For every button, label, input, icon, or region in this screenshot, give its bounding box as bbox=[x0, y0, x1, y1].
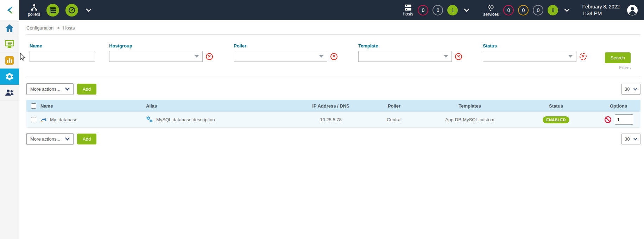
host-templates: App-DB-MySQL-custom bbox=[424, 117, 516, 122]
clock: February 8, 2022 1:34 PM bbox=[582, 4, 620, 16]
dropdown-arrow-icon bbox=[444, 55, 448, 58]
hosts-expand-chevron[interactable] bbox=[462, 8, 471, 12]
poller-gauge-button[interactable] bbox=[65, 4, 78, 17]
pollers-expand-chevron[interactable] bbox=[84, 8, 93, 12]
services-menu[interactable]: services bbox=[483, 4, 499, 17]
col-header-ip[interactable]: IP Address / DNS bbox=[297, 103, 364, 109]
disable-host-icon[interactable] bbox=[604, 116, 612, 123]
current-time: 1:34 PM bbox=[582, 10, 620, 16]
users-icon bbox=[5, 89, 14, 97]
filter-label-hostgroup: Hostgroup bbox=[109, 43, 213, 49]
search-button[interactable]: Search bbox=[605, 52, 631, 63]
centreon-logo[interactable] bbox=[0, 0, 19, 20]
hostgroup-clear-icon[interactable]: ✕ bbox=[206, 53, 213, 60]
services-counters: 0 0 0 8 bbox=[503, 5, 558, 15]
col-header-name[interactable]: Name bbox=[40, 103, 146, 109]
select-all-checkbox[interactable] bbox=[31, 103, 36, 109]
table-row: My_database MySQL database description 1… bbox=[26, 112, 640, 128]
home-icon bbox=[5, 24, 14, 32]
filter-field-poller: Poller ✕ bbox=[234, 43, 337, 62]
filter-label-status: Status bbox=[483, 43, 587, 49]
order-input[interactable] bbox=[615, 114, 633, 125]
status-filter-select[interactable] bbox=[483, 51, 576, 62]
services-warning-counter[interactable]: 0 bbox=[518, 5, 529, 15]
breadcrumb: Configuration > Hosts bbox=[26, 20, 640, 31]
reporting-icon bbox=[5, 56, 14, 65]
centreon-logo-icon bbox=[5, 5, 15, 15]
host-ip: 10.25.5.78 bbox=[297, 117, 364, 122]
dropdown-arrow-icon bbox=[568, 55, 573, 58]
hosts-unreachable-counter[interactable]: 0 bbox=[433, 5, 443, 15]
server-list-icon bbox=[49, 7, 56, 13]
monitoring-icon bbox=[5, 40, 14, 49]
page-size-select-top[interactable]: 30 bbox=[621, 84, 640, 95]
top-actions-row: More actions... Add 30 bbox=[26, 83, 640, 95]
more-actions-select-top[interactable]: More actions... bbox=[26, 83, 74, 95]
dropdown-arrow-icon bbox=[319, 55, 323, 58]
col-header-templates[interactable]: Templates bbox=[424, 103, 516, 109]
more-actions-select-bottom[interactable]: More actions... bbox=[26, 133, 74, 145]
services-expand-chevron[interactable] bbox=[563, 8, 571, 12]
row-checkbox[interactable] bbox=[31, 117, 36, 122]
add-button-bottom[interactable]: Add bbox=[77, 134, 96, 144]
services-label: services bbox=[483, 12, 499, 17]
mysql-logo-icon bbox=[40, 117, 47, 122]
sidebar-item-reporting[interactable] bbox=[0, 52, 19, 69]
services-gears-icon[interactable] bbox=[146, 116, 153, 123]
poller-list-button[interactable] bbox=[46, 4, 59, 17]
hosts-icon bbox=[404, 4, 412, 11]
host-poller: Central bbox=[364, 117, 424, 122]
services-unknown-counter[interactable]: 0 bbox=[533, 5, 543, 15]
col-header-options[interactable]: Options bbox=[596, 103, 640, 109]
sidebar-item-configuration[interactable] bbox=[0, 69, 19, 85]
more-actions-label: More actions... bbox=[30, 86, 60, 92]
chevron-down-icon bbox=[633, 88, 637, 91]
user-menu-button[interactable] bbox=[626, 4, 638, 16]
filter-field-status: Status ✕ bbox=[483, 43, 587, 62]
sidebar bbox=[0, 20, 19, 239]
filter-field-name: Name bbox=[30, 43, 95, 62]
hosts-menu[interactable]: hosts bbox=[403, 4, 413, 16]
more-actions-label: More actions... bbox=[30, 136, 60, 142]
col-header-alias[interactable]: Alias bbox=[146, 103, 297, 109]
chevron-down-icon bbox=[65, 88, 70, 91]
filter-label-template: Template bbox=[358, 43, 462, 49]
col-header-poller[interactable]: Poller bbox=[364, 103, 424, 109]
services-icon bbox=[487, 4, 495, 12]
chevron-down-icon bbox=[65, 137, 70, 141]
col-header-status[interactable]: Status bbox=[516, 103, 596, 109]
template-clear-icon[interactable]: ✕ bbox=[455, 53, 462, 60]
hostgroup-filter-select[interactable] bbox=[109, 51, 203, 62]
sidebar-item-home[interactable] bbox=[0, 20, 19, 36]
chevron-down-icon bbox=[564, 8, 570, 12]
sidebar-item-administration[interactable] bbox=[0, 85, 19, 101]
host-name[interactable]: My_database bbox=[50, 117, 77, 122]
search-block: Search Filters bbox=[605, 43, 631, 70]
template-filter-select[interactable] bbox=[358, 51, 452, 62]
status-badge[interactable]: ENABLED bbox=[543, 116, 569, 123]
services-critical-counter[interactable]: 0 bbox=[503, 5, 514, 15]
filter-field-template: Template ✕ bbox=[358, 43, 462, 62]
filter-label-name: Name bbox=[30, 43, 95, 49]
page-size-select-bottom[interactable]: 30 bbox=[621, 134, 640, 144]
name-filter-input[interactable] bbox=[30, 51, 95, 62]
poller-filter-select[interactable] bbox=[234, 51, 327, 62]
hosts-label: hosts bbox=[403, 12, 413, 16]
breadcrumb-hosts[interactable]: Hosts bbox=[63, 25, 75, 31]
add-button-top[interactable]: Add bbox=[77, 84, 96, 95]
poller-clear-icon[interactable]: ✕ bbox=[330, 53, 337, 60]
hosts-counters: 0 0 1 bbox=[418, 5, 458, 15]
page-size-value: 30 bbox=[625, 86, 630, 92]
topbar: pollers bbox=[0, 0, 644, 20]
breadcrumb-configuration[interactable]: Configuration bbox=[26, 25, 53, 31]
breadcrumb-separator: > bbox=[57, 25, 60, 31]
sidebar-item-monitoring[interactable] bbox=[0, 36, 19, 52]
hosts-down-counter[interactable]: 0 bbox=[418, 5, 428, 15]
hosts-up-counter[interactable]: 1 bbox=[447, 5, 458, 15]
services-ok-counter[interactable]: 8 bbox=[548, 5, 558, 15]
dropdown-arrow-icon bbox=[195, 55, 199, 58]
chevron-down-icon bbox=[633, 138, 637, 141]
pollers-menu[interactable]: pollers bbox=[28, 4, 40, 17]
status-clear-icon[interactable]: ✕ bbox=[580, 53, 587, 60]
user-avatar-icon bbox=[626, 4, 638, 16]
